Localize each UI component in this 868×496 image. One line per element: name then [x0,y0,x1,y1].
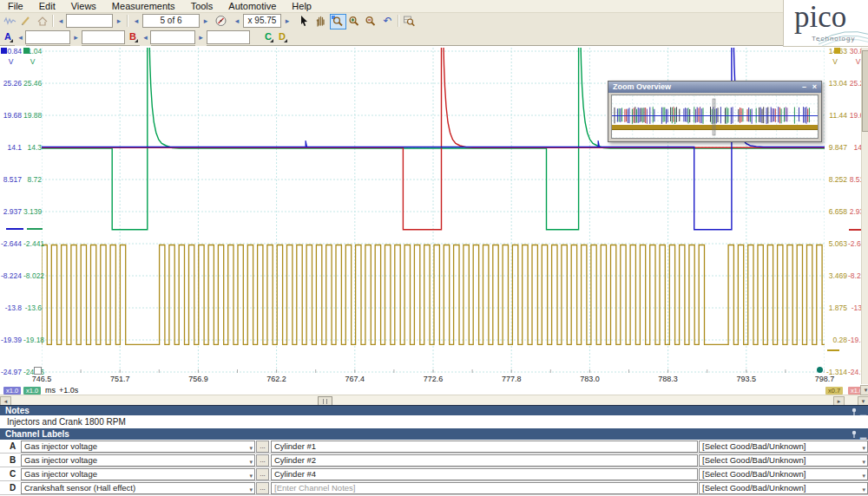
probe-select[interactable]: Gas injector voltage▾ [21,441,255,453]
x-axis-tick: 746.5 [23,375,61,383]
zoom-select-icon[interactable] [330,14,346,29]
home-icon[interactable] [36,14,52,29]
zoom-undo-icon[interactable]: ↶ [379,14,396,29]
history-select[interactable] [66,14,113,28]
minimize-icon[interactable]: – [799,82,809,92]
probe-select-value: Gas injector voltage [24,469,97,479]
menu-tools[interactable]: Tools [183,0,221,12]
history-next-button[interactable]: ▸ [113,14,125,29]
probe-options-button[interactable]: ... [256,441,269,453]
pin-icon[interactable] [851,430,858,438]
y-axis-channel-c-tick: 14.3 [23,143,42,153]
probe-options-button[interactable]: ... [256,468,269,480]
chevron-down-icon: ▾ [249,443,253,453]
zoom-factor-prev-button[interactable]: ◂ [231,14,243,29]
x-axis-tick: 756.9 [179,375,217,383]
vertical-scroll-down-arrow[interactable]: ▾ [860,385,868,395]
main-toolbar: ◂ ▸ ◂ 5 of 6 ▸ ◂ x 95.75 ▸ ↶ [0,13,783,29]
y-axis-channel-d-tick: 3.469 [823,271,847,281]
x-axis-tick: 798.7 [806,375,844,383]
zoom-overview-window[interactable]: Zoom Overview – × [608,81,822,142]
pointer-tool-icon[interactable] [297,14,313,29]
vertical-scroll-thumb[interactable] [862,50,868,132]
channel-note-field[interactable]: [Enter Channel Notes] [271,482,698,494]
zoom-region-indicator[interactable] [713,99,715,135]
menu-automotive[interactable]: Automotive [220,0,284,12]
y-axis-channel-d-tick: 5.063 [823,239,847,249]
y-axis-channel-c-tick: 8.72 [23,175,42,185]
channel-letter: D [10,483,16,493]
y-axis-channel-a-tick: 14.1 [0,143,22,153]
zoom-overview-plot[interactable] [611,95,819,139]
probe-options-button[interactable]: ... [256,454,269,467]
channel-a-scale-badge[interactable]: x1.0 [3,387,21,395]
buffer-next-button[interactable]: ▸ [200,14,212,29]
pin-icon[interactable] [851,408,858,415]
channel-note-field[interactable]: Cylinder #2 [271,454,698,467]
toolbar-separator [52,15,54,27]
rating-select-value: [Select Good/Bad/Unknown] [702,455,806,465]
x-axis-tick: 783.0 [570,375,608,383]
rating-select[interactable]: [Select Good/Bad/Unknown]▾ [699,454,868,467]
channel-note-field[interactable]: Cylinder #4 [271,468,698,480]
channel-b-range-select[interactable] [150,30,195,44]
y-axis-channel-a-unit: V [0,57,22,66]
history-prev-button[interactable]: ◂ [55,14,67,29]
toolbar-separator [127,15,128,27]
pan-hand-icon[interactable] [313,14,330,29]
channel-letter: A [10,441,16,451]
channel-a-coupling-select[interactable] [82,30,125,44]
vertical-scrollbar[interactable] [861,48,868,384]
y-axis-channel-c-tick: -2.441 [23,239,42,249]
pen-icon[interactable] [19,14,36,29]
channel-c-scale-badge[interactable]: x1.0 [23,387,41,395]
rating-select[interactable]: [Select Good/Bad/Unknown]▾ [699,468,868,480]
chevron-corner-icon [135,39,138,42]
y-axis-channel-a-tick: -19.39 [0,336,22,345]
rating-select[interactable]: [Select Good/Bad/Unknown]▾ [699,441,868,453]
channel-note-value: Cylinder #4 [274,469,316,479]
waveform-library-icon[interactable] [3,14,19,29]
zoom-in-icon[interactable] [346,14,363,29]
rating-select[interactable]: [Select Good/Bad/Unknown]▾ [699,482,868,494]
zoom-factor-next-button[interactable]: ▸ [281,14,293,29]
channel-a-range-select[interactable] [25,30,70,44]
probe-select[interactable]: Gas injector voltage▾ [21,454,255,467]
buffer-prev-button[interactable]: ◂ [130,14,142,29]
probe-options-button[interactable]: ... [256,482,269,494]
y-axis-channel-d-tick: 0.28 [823,336,847,345]
rating-select-value: [Select Good/Bad/Unknown] [702,441,806,451]
channel-a-button[interactable]: A [2,30,14,43]
buffer-indicator[interactable]: 5 of 6 [142,14,200,28]
time-unit-label: ms [45,386,56,395]
menu-edit[interactable]: Edit [31,0,63,12]
channel-a-range-up[interactable]: ▸ [70,30,82,46]
channel-c-button[interactable]: C [262,30,274,43]
channel-note-value: Cylinder #2 [274,455,316,465]
channel-labels-header: Channel Labels ▁ × [0,428,868,440]
channel-b-coupling-select[interactable] [207,30,250,44]
probe-select[interactable]: Crankshaft sensor (Hall effect)▾ [21,482,255,494]
menu-file[interactable]: File [0,0,31,12]
notes-text-area[interactable]: Injectors and Crank 1800 RPM [0,415,868,429]
y-axis-channel-a-tick: -24.97 [0,368,22,377]
waveform-navigator-icon[interactable] [214,14,230,29]
channel-d-button[interactable]: D [276,30,288,43]
menu-help[interactable]: Help [284,0,319,12]
probe-select[interactable]: Gas injector voltage▾ [21,468,255,480]
zoom-factor-value[interactable]: x 95.75 [243,14,281,28]
channel-d-scale-badge[interactable]: x0.7 [825,387,843,395]
rating-select-value: [Select Good/Bad/Unknown] [702,483,806,493]
menu-measurements[interactable]: Measurements [104,0,183,12]
zoom-overview-titlebar[interactable]: Zoom Overview – × [608,82,821,93]
zoom-out-icon[interactable] [363,14,379,29]
channel-b-button[interactable]: B [127,30,139,43]
channel-b-range-up[interactable]: ▸ [195,30,207,46]
zoom-overview-icon[interactable] [402,14,418,29]
chevron-down-icon: ▾ [862,471,865,480]
menu-bar: File Edit Views Measurements Tools Autom… [0,0,783,13]
channel-note-field[interactable]: Cylinder #1 [271,441,698,453]
menu-views[interactable]: Views [63,0,104,12]
close-icon[interactable]: × [810,82,819,92]
channel-row-b: BGas injector voltage▾...Cylinder #2[Sel… [0,454,868,467]
